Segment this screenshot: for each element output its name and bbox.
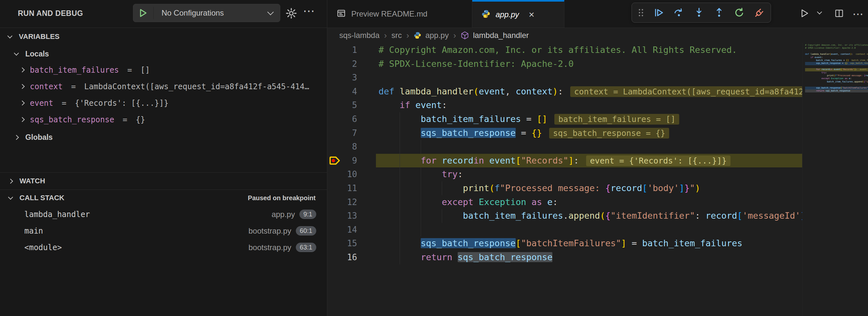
code-line[interactable]: try: [376, 167, 803, 181]
locals-scope[interactable]: Locals [14, 48, 49, 60]
more-actions-icon[interactable]: ⋯ [852, 7, 864, 21]
chevron-right-icon [20, 101, 25, 106]
step-out-icon[interactable] [713, 6, 725, 19]
code-line[interactable]: # Copyright Amazon.com, Inc. or its affi… [376, 43, 803, 57]
code-line[interactable]: except Exception as e: [376, 195, 803, 209]
line-number[interactable]: 15 [327, 236, 357, 250]
paused-breakpoint-icon[interactable] [329, 154, 342, 168]
close-icon[interactable]: × [529, 10, 534, 20]
debug-toolbar [631, 3, 771, 23]
variable-value: {} [136, 115, 145, 124]
continue-icon[interactable] [653, 6, 665, 19]
restart-icon[interactable] [733, 6, 745, 19]
tab-app-py[interactable]: app.py × [472, 0, 564, 28]
breadcrumb-symbol[interactable]: lambda_handler [473, 31, 529, 40]
symbol-method-icon [461, 31, 469, 39]
line-number[interactable]: 4 [327, 85, 357, 99]
code-line[interactable] [376, 140, 803, 154]
frame-file: app.py [272, 210, 295, 219]
call-stack-frame[interactable]: <module>bootstrap.py63:1 [0, 239, 316, 256]
variable-row[interactable]: context=LambdaContext([aws_request_id=a8… [21, 78, 309, 95]
variable-value: [] [141, 66, 150, 74]
code-line[interactable]: # SPDX-License-Identifier: Apache-2.0 [376, 57, 803, 71]
code-line[interactable]: if event: [376, 98, 803, 112]
call-stack-frame[interactable]: mainbootstrap.py60:1 [0, 223, 316, 239]
editor-group: Preview README.md app.py × [327, 0, 868, 316]
breadcrumb-folder[interactable]: src [392, 31, 402, 40]
indent-guide [400, 181, 400, 195]
chevron-right-icon [20, 67, 25, 73]
run-and-debug-panel: RUN AND DEBUG No Configurations ⋯ VARIAB… [0, 0, 327, 316]
tab-preview-readme[interactable]: Preview README.md [327, 0, 472, 28]
breadcrumb-file[interactable]: app.py [425, 31, 448, 40]
line-number[interactable]: 13 [327, 209, 357, 223]
line-number[interactable]: 16 [327, 250, 357, 264]
line-number[interactable]: 11 [327, 181, 357, 195]
line-number[interactable]: 7 [327, 126, 357, 140]
step-into-icon[interactable] [693, 6, 705, 19]
line-number[interactable]: 5 [327, 98, 357, 112]
debug-inline-value: event = {'Records': [{...}]} [586, 155, 731, 166]
line-number[interactable]: 14 [327, 223, 357, 237]
code-line[interactable]: sqs_batch_response = {}sqs_batch_respons… [376, 126, 803, 140]
breadcrumb: sqs-lambda › src › app.py › lambda_handl… [327, 28, 868, 43]
chevron-down-icon [267, 9, 274, 15]
debug-config-dropdown[interactable]: No Configurations [133, 4, 280, 22]
call-stack-frame[interactable]: lambda_handlerapp.py9:1 [0, 206, 316, 223]
line-number[interactable]: 12 [327, 195, 357, 209]
code-line[interactable] [376, 223, 803, 237]
minimap-line: batch_item_failures = [] batch_item_fail… [805, 59, 868, 62]
drag-handle-icon[interactable] [637, 6, 645, 19]
indent-guide [400, 223, 400, 237]
run-icon[interactable] [800, 8, 809, 20]
watch-section-header[interactable]: WATCH [9, 173, 45, 189]
disconnect-icon[interactable] [753, 6, 766, 19]
variable-row[interactable]: batch_item_failures=[] [21, 62, 150, 78]
minimap[interactable]: # Copyright Amazon.com, Inc. or its affi… [802, 43, 868, 316]
frame-name: main [24, 226, 43, 235]
line-number[interactable]: 8 [327, 140, 357, 154]
run-dropdown-chevron-icon[interactable] [817, 9, 822, 14]
step-over-icon[interactable] [673, 6, 685, 19]
debug-inline-value: context = LambdaContext([aws_request_id=… [570, 86, 803, 97]
code-line[interactable]: sqs_batch_response["batchItemFailures"] … [376, 236, 803, 250]
code-line[interactable]: batch_item_failures = []batch_item_failu… [376, 112, 803, 126]
variables-section-header[interactable]: VARIABLES [8, 31, 60, 42]
breadcrumb-folder[interactable]: sqs-lambda [339, 31, 379, 40]
code-line[interactable] [376, 71, 803, 85]
variable-name: context [30, 82, 63, 91]
more-actions-icon[interactable]: ⋯ [301, 3, 317, 19]
line-number[interactable]: 2 [327, 57, 357, 71]
frame-name: <module> [24, 243, 62, 252]
indent-guide [442, 181, 442, 195]
code-line[interactable]: def lambda_handler(event, context):conte… [376, 85, 803, 99]
variable-row[interactable]: event={'Records': [{...}]} [21, 95, 169, 111]
variable-value: LambdaContext([aws_request_id=a8fa412f-a… [84, 82, 309, 91]
minimap-line: if event: [805, 56, 868, 59]
start-debug-icon[interactable] [133, 7, 154, 19]
line-number[interactable]: 1 [327, 43, 357, 57]
code-line[interactable]: batch_item_failures.append({"itemIdentif… [376, 209, 803, 223]
call-stack-section-header[interactable]: CALL STACK Paused on breakpoint [0, 191, 327, 205]
line-number[interactable]: 6 [327, 112, 357, 126]
minimap-line [805, 50, 868, 53]
line-number[interactable]: 3 [327, 71, 357, 85]
frame-name: lambda_handler [24, 210, 90, 219]
chevron-right-icon: › [383, 31, 388, 40]
gear-icon[interactable] [284, 6, 299, 21]
code-line[interactable]: for recordin event["Records"]:event = {'… [376, 154, 803, 168]
minimap-line: try: [805, 71, 868, 74]
minimap-line: # Copyright Amazon.com, Inc. or its affi… [805, 44, 868, 47]
frame-file: bootstrap.py [248, 226, 291, 235]
line-number[interactable]: 10 [327, 167, 357, 181]
chevron-right-icon [8, 179, 13, 184]
globals-scope[interactable]: Globals [14, 129, 53, 145]
code-editor[interactable]: 12345678910111213141516 # Copyright Amaz… [327, 43, 803, 316]
variable-row[interactable]: sqs_batch_response={} [21, 111, 145, 128]
minimap-line: return sqs_batch_response [805, 90, 868, 92]
code-line[interactable]: print(f"Processed message: {record['body… [376, 181, 803, 195]
code-line[interactable]: return sqs_batch_response [376, 250, 803, 264]
chevron-right-icon [20, 117, 25, 122]
split-editor-icon[interactable] [834, 8, 844, 20]
panel-title: RUN AND DEBUG [18, 9, 83, 18]
